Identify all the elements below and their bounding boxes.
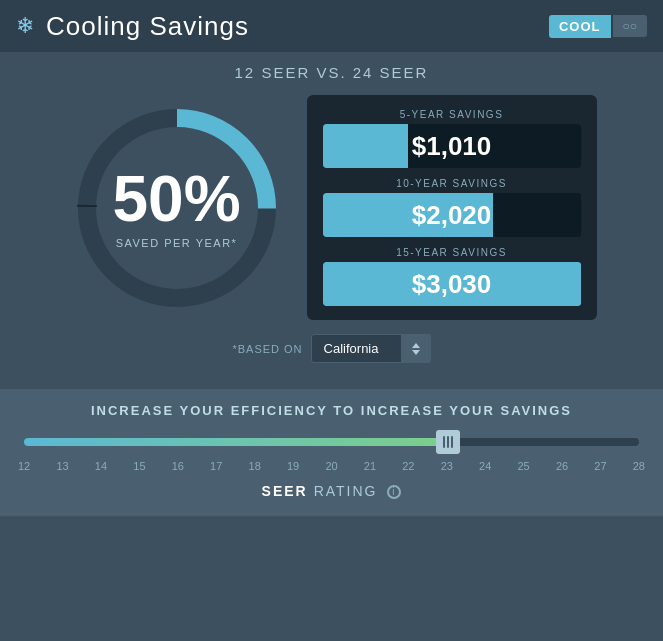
tick-17: 17: [210, 460, 222, 472]
savings-row-10yr: 10-YEAR SAVINGS $2,020: [323, 178, 581, 237]
savings-value-5yr: $1,010: [323, 131, 581, 162]
snowflake-icon: ❄: [16, 13, 34, 39]
tick-24: 24: [479, 460, 491, 472]
tick-19: 19: [287, 460, 299, 472]
tick-12: 12: [18, 460, 30, 472]
app-title: Cooling Savings: [46, 11, 249, 42]
header: ❄ Cooling Savings COOL ○○: [0, 0, 663, 52]
savings-value-10yr: $2,020: [323, 200, 581, 231]
thumb-line-2: [447, 436, 449, 448]
donut-label: SAVED PER YEAR*: [112, 237, 240, 249]
seer-rating-text: SEER RATING i: [262, 483, 402, 499]
cool-badge[interactable]: COOL: [549, 15, 611, 38]
slider-ticks: 12 13 14 15 16 17 18 19 20 21 22 23 24 2…: [16, 460, 647, 472]
donut-chart: 50% SAVED PER YEAR*: [67, 98, 287, 318]
based-on-label: *BASED ON: [232, 343, 302, 355]
thumb-line-3: [451, 436, 453, 448]
tick-22: 22: [402, 460, 414, 472]
seer-comparison-label: 12 SEER VS. 24 SEER: [16, 64, 647, 81]
savings-bar-10yr: $2,020: [323, 193, 581, 237]
tick-20: 20: [325, 460, 337, 472]
tick-15: 15: [133, 460, 145, 472]
main-content: 12 SEER VS. 24 SEER 50% SAVED PER YEAR* …: [0, 52, 663, 389]
savings-row-5yr: 5-YEAR SAVINGS $1,010: [323, 109, 581, 168]
savings-value-15yr: $3,030: [323, 269, 581, 300]
tick-27: 27: [594, 460, 606, 472]
tick-25: 25: [517, 460, 529, 472]
state-select[interactable]: California Alabama Alaska Arizona Arkans…: [311, 334, 431, 363]
tick-28: 28: [633, 460, 645, 472]
bottom-section: INCREASE YOUR EFFICIENCY TO INCREASE YOU…: [0, 389, 663, 516]
tick-26: 26: [556, 460, 568, 472]
state-select-wrapper[interactable]: California Alabama Alaska Arizona Arkans…: [311, 334, 431, 363]
savings-bar-15yr: $3,030: [323, 262, 581, 306]
tick-13: 13: [56, 460, 68, 472]
seer-suffix: RATING: [314, 483, 378, 499]
info-icon[interactable]: i: [387, 485, 401, 499]
slider-track-filled: [24, 438, 448, 446]
savings-panel: 5-YEAR SAVINGS $1,010 10-YEAR SAVINGS $2…: [307, 95, 597, 320]
tick-14: 14: [95, 460, 107, 472]
savings-row-15yr: 15-YEAR SAVINGS $3,030: [323, 247, 581, 306]
donut-center: 50% SAVED PER YEAR*: [112, 167, 240, 249]
mode-toggle-group: COOL ○○: [549, 15, 647, 38]
seer-bold-label: SEER: [262, 483, 308, 499]
slider-wrapper: [16, 432, 647, 452]
efficiency-label: INCREASE YOUR EFFICIENCY TO INCREASE YOU…: [16, 403, 647, 418]
mode-toggle[interactable]: ○○: [613, 15, 648, 37]
donut-percent: 50%: [112, 167, 240, 231]
savings-bar-5yr: $1,010: [323, 124, 581, 168]
tick-21: 21: [364, 460, 376, 472]
thumb-line-1: [443, 436, 445, 448]
slider-track[interactable]: [24, 432, 639, 452]
tick-16: 16: [172, 460, 184, 472]
chart-area: 50% SAVED PER YEAR* 5-YEAR SAVINGS $1,01…: [16, 95, 647, 320]
savings-title-10yr: 10-YEAR SAVINGS: [323, 178, 581, 189]
savings-title-5yr: 5-YEAR SAVINGS: [323, 109, 581, 120]
slider-thumb[interactable]: [436, 430, 460, 454]
tick-18: 18: [249, 460, 261, 472]
seer-rating-row: SEER RATING i: [16, 482, 647, 500]
based-on-row: *BASED ON California Alabama Alaska Ariz…: [16, 334, 647, 363]
savings-title-15yr: 15-YEAR SAVINGS: [323, 247, 581, 258]
tick-23: 23: [441, 460, 453, 472]
